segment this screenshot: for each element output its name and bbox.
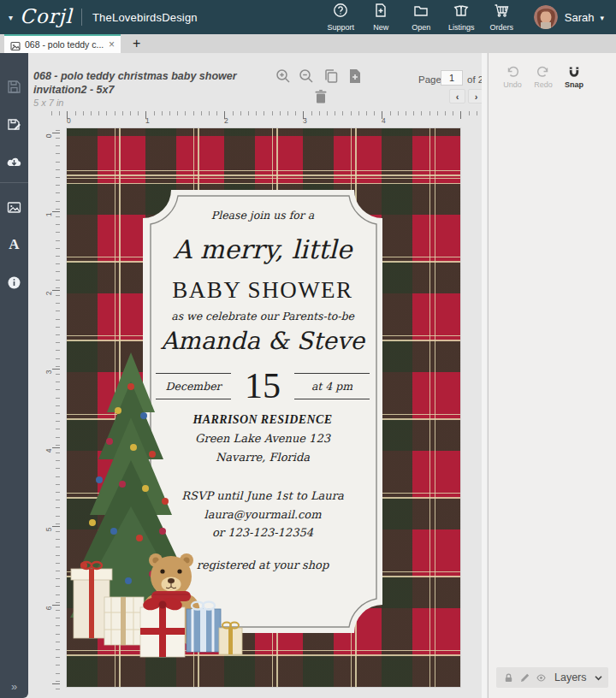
- invite-day[interactable]: 15: [241, 367, 284, 405]
- ruler-number: 6: [44, 606, 53, 611]
- listings-label: Listings: [448, 23, 475, 32]
- nav-actions: Support New Open Listings Orders: [321, 3, 522, 32]
- info-button[interactable]: [0, 263, 28, 301]
- invite-registry[interactable]: registered at your shop: [143, 559, 382, 571]
- invite-rsvp-line2[interactable]: laura@yourmail.com: [143, 508, 382, 521]
- ruler-number: 5: [44, 528, 53, 532]
- listings-button[interactable]: Listings: [441, 3, 482, 32]
- store-name: TheLovebirdsDesign: [92, 11, 198, 24]
- canvas-scrollbar[interactable]: [482, 53, 487, 698]
- nav-divider: [81, 9, 82, 26]
- invitation-text-block[interactable]: Please join us for a A merry, little BAB…: [143, 190, 382, 633]
- support-button[interactable]: Support: [321, 3, 361, 32]
- corjl-logo[interactable]: Corjl: [20, 5, 73, 27]
- document-tabbar: 068 - polo teddy c... × +: [0, 34, 616, 53]
- support-label: Support: [328, 23, 355, 32]
- snap-toggle[interactable]: Snap: [559, 65, 589, 89]
- invite-names[interactable]: Amanda & Steve: [143, 327, 382, 356]
- corjl-editor: ▾ Corjl TheLovebirdsDesign Support New O…: [0, 0, 616, 698]
- tab-label: 068 - polo teddy c...: [25, 39, 105, 50]
- ruler-number: 0: [67, 116, 71, 125]
- user-name[interactable]: Sarah: [565, 11, 595, 24]
- top-navbar: ▾ Corjl TheLovebirdsDesign Support New O…: [0, 0, 616, 34]
- vertical-ruler: 0 1 2 3 4 5 6: [47, 125, 61, 695]
- document-title: 068 - polo teddy christmas baby shower i…: [33, 70, 275, 97]
- folder-icon: [413, 3, 429, 21]
- new-button[interactable]: New: [361, 3, 401, 32]
- undo-button[interactable]: Undo: [497, 65, 528, 89]
- invite-subtitle[interactable]: as we celebrate our Parents-to-be: [143, 310, 382, 322]
- invite-rsvp-line3[interactable]: or 123-123-12354: [143, 526, 382, 539]
- open-button[interactable]: Open: [401, 3, 441, 32]
- ruler-number: 0: [44, 134, 53, 139]
- page-number-input[interactable]: [441, 70, 463, 86]
- ruler-number: 2: [44, 292, 53, 296]
- tab-close-icon[interactable]: ×: [109, 38, 115, 50]
- new-tab-button[interactable]: +: [133, 37, 140, 50]
- invite-month[interactable]: December: [156, 373, 231, 399]
- invite-intro[interactable]: Please join us for a: [143, 209, 382, 222]
- tools-sidebar: A »: [0, 53, 28, 698]
- orders-label: Orders: [490, 23, 514, 32]
- invite-date-row[interactable]: December 15 at 4 pm: [143, 364, 382, 407]
- images-button[interactable]: [0, 188, 28, 226]
- document-size: 5 x 7 in: [33, 98, 275, 108]
- canvas-area: 068 - polo teddy christmas baby shower i…: [28, 53, 488, 698]
- cart-icon: [494, 3, 509, 21]
- invite-venue[interactable]: HARRISON RESIDENCE: [143, 413, 382, 427]
- snap-label: Snap: [565, 80, 583, 89]
- layers-label: Layers: [554, 671, 587, 683]
- help-icon: [333, 3, 348, 21]
- invite-title-main[interactable]: BABY SHOWER: [143, 277, 382, 304]
- ruler-number: 3: [303, 116, 307, 125]
- invite-rsvp-line1[interactable]: RSVP until June 1st to Laura: [143, 489, 382, 502]
- ruler-number: 4: [44, 449, 53, 453]
- zoom-in-button[interactable]: [275, 68, 292, 85]
- app-menu-caret-icon[interactable]: ▾: [9, 13, 13, 22]
- user-menu-caret-icon[interactable]: ▾: [600, 14, 604, 22]
- invite-address2[interactable]: Navarre, Florida: [143, 451, 382, 464]
- ruler-number: 4: [382, 116, 386, 125]
- layers-expand-icon[interactable]: [594, 673, 603, 683]
- delete-page-button[interactable]: [312, 88, 329, 105]
- ruler-number: 2: [224, 116, 228, 125]
- sidebar-collapse-button[interactable]: »: [0, 680, 28, 693]
- edit-icon[interactable]: [520, 673, 530, 683]
- invite-time[interactable]: at 4 pm: [294, 373, 370, 399]
- open-label: Open: [412, 23, 430, 32]
- image-file-icon: [10, 39, 21, 50]
- undo-label: Undo: [503, 80, 522, 89]
- design-artboard[interactable]: Please join us for a A merry, little BAB…: [67, 128, 460, 687]
- new-file-icon: [373, 3, 388, 21]
- save-button[interactable]: [0, 68, 28, 105]
- invite-title-script[interactable]: A merry, little: [143, 234, 382, 265]
- layers-bar[interactable]: Layers: [496, 667, 608, 688]
- redo-label: Redo: [534, 80, 553, 89]
- prev-page-button[interactable]: ‹: [449, 89, 465, 104]
- horizontal-ruler: 0 1 2 3 4: [47, 111, 486, 125]
- ruler-number: 1: [145, 116, 150, 125]
- download-button[interactable]: [0, 143, 28, 180]
- redo-button[interactable]: Redo: [528, 65, 559, 89]
- visibility-icon[interactable]: [536, 673, 546, 683]
- save-as-button[interactable]: [0, 105, 28, 143]
- page-label: Page: [418, 74, 441, 85]
- avatar[interactable]: [534, 5, 558, 29]
- sidebar-separator: [0, 182, 28, 183]
- orders-button[interactable]: Orders: [482, 3, 522, 32]
- ruler-number: 1: [44, 213, 53, 217]
- add-page-button[interactable]: [346, 68, 364, 85]
- document-header: 068 - polo teddy christmas baby shower i…: [33, 70, 275, 108]
- properties-panel: Undo Redo Snap Layers: [488, 53, 616, 698]
- text-tool-button[interactable]: A: [0, 226, 28, 263]
- new-label: New: [373, 23, 388, 32]
- duplicate-page-button[interactable]: [323, 68, 340, 85]
- tab-active-document[interactable]: 068 - polo teddy c... ×: [4, 34, 121, 53]
- ruler-number: 3: [44, 370, 53, 375]
- invite-address1[interactable]: Green Lake Avenue 123: [143, 432, 382, 445]
- box-icon: [453, 3, 469, 21]
- lock-icon[interactable]: [504, 673, 513, 683]
- zoom-out-button[interactable]: [298, 68, 315, 85]
